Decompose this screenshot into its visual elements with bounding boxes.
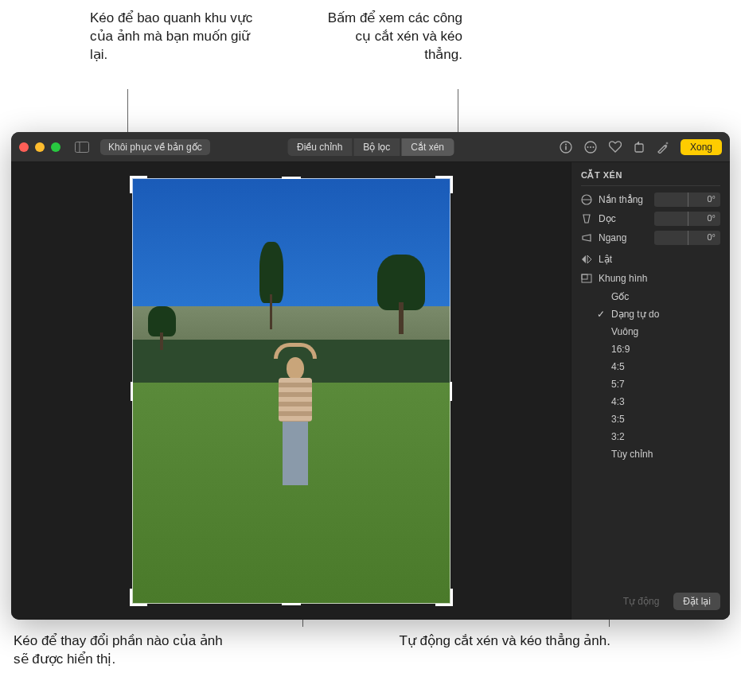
panel-bottom-buttons: Tự động Đặt lại [615, 593, 720, 610]
svg-point-8 [592, 146, 594, 148]
aspect-16-9[interactable]: 16:9 [597, 340, 720, 358]
favorite-icon[interactable] [609, 141, 622, 154]
crop-handle-left[interactable] [131, 382, 133, 401]
horizontal-label: Ngang [599, 232, 648, 243]
flip-button[interactable]: Lật [581, 250, 720, 269]
titlebar: Khôi phục về bản gốc Điều chỉnh Bộ lọc C… [11, 132, 730, 162]
svg-point-3 [565, 143, 567, 145]
info-icon[interactable] [560, 141, 572, 154]
straighten-slider-row: Nắn thẳng 0° [581, 192, 720, 207]
crop-rectangle[interactable] [132, 178, 450, 604]
panel-title: CẮT XÉN [581, 170, 720, 186]
aspect-square[interactable]: Vuông [597, 323, 720, 340]
crop-handle-bottom[interactable] [282, 603, 301, 605]
fullscreen-button[interactable] [51, 142, 60, 152]
photos-edit-window: Khôi phục về bản gốc Điều chỉnh Bộ lọc C… [11, 132, 730, 620]
sidebar-toggle-icon[interactable] [70, 140, 94, 154]
auto-button[interactable]: Tự động [615, 593, 668, 610]
more-icon[interactable] [583, 141, 598, 154]
flip-label: Lật [599, 254, 612, 265]
crop-handle-top-right[interactable] [435, 176, 453, 193]
svg-rect-12 [582, 274, 591, 282]
reset-button[interactable]: Đặt lại [673, 593, 720, 610]
aspect-label: Khung hình [599, 273, 647, 284]
vertical-perspective-icon [581, 213, 592, 224]
toolbar-left: Khôi phục về bản gốc [70, 139, 210, 155]
crop-border [132, 178, 450, 604]
close-button[interactable] [19, 142, 29, 152]
tab-crop[interactable]: Cắt xén [401, 138, 454, 156]
straighten-value: 0° [707, 194, 716, 204]
aspect-5-7[interactable]: 5:7 [597, 375, 720, 393]
toolbar-right: Xong [560, 139, 722, 155]
crop-handle-bottom-right[interactable] [435, 589, 453, 606]
crop-handle-top[interactable] [282, 177, 301, 179]
vertical-label: Dọc [599, 213, 648, 224]
aspect-header: Khung hình [581, 269, 720, 288]
vertical-slider[interactable]: 0° [654, 212, 720, 226]
svg-rect-0 [76, 142, 89, 152]
auto-enhance-icon[interactable] [657, 141, 669, 154]
tab-filters[interactable]: Bộ lọc [353, 138, 400, 156]
crop-handle-bottom-left[interactable] [130, 589, 147, 606]
svg-rect-4 [565, 146, 567, 150]
crop-side-panel: CẮT XÉN Nắn thẳng 0° Dọc 0° [571, 162, 730, 620]
aspect-freeform[interactable]: Dạng tự do [597, 305, 720, 323]
vertical-value: 0° [707, 213, 716, 223]
straighten-icon [581, 194, 592, 205]
tab-adjust[interactable]: Điều chỉnh [287, 138, 352, 156]
aspect-ratio-list: Gốc Dạng tự do Vuông 16:9 4:5 5:7 4:3 3:… [581, 288, 720, 463]
aspect-3-2[interactable]: 3:2 [597, 428, 720, 445]
aspect-icon [581, 274, 592, 283]
vertical-slider-row: Dọc 0° [581, 212, 720, 226]
flip-icon [581, 255, 592, 264]
aspect-4-5[interactable]: 4:5 [597, 358, 720, 375]
aspect-3-5[interactable]: 3:5 [597, 410, 720, 428]
svg-rect-13 [582, 274, 587, 279]
horizontal-slider-row: Ngang 0° [581, 231, 720, 245]
edit-mode-tabs: Điều chỉnh Bộ lọc Cắt xén [287, 138, 454, 156]
straighten-label: Nắn thẳng [599, 194, 648, 205]
crop-handle-top-left[interactable] [130, 176, 147, 193]
done-button[interactable]: Xong [681, 139, 722, 155]
revert-to-original-button[interactable]: Khôi phục về bản gốc [100, 139, 210, 155]
callout-auto-crop: Tự động cắt xén và kéo thẳng ảnh. [356, 632, 610, 651]
aspect-custom[interactable]: Tùy chỉnh [597, 445, 720, 463]
aspect-original[interactable]: Gốc [597, 288, 720, 305]
minimize-button[interactable] [35, 142, 45, 152]
canvas-area [11, 162, 571, 620]
horizontal-perspective-icon [581, 232, 592, 243]
callout-crop-tools: Bấm để xem các công cụ cắt xén và kéo th… [319, 10, 462, 64]
callout-drag-crop: Kéo để bao quanh khu vực của ảnh mà bạn … [90, 10, 257, 64]
callout-line [458, 89, 458, 137]
rotate-icon[interactable] [633, 141, 645, 154]
horizontal-value: 0° [707, 232, 716, 242]
svg-point-7 [590, 146, 591, 148]
straighten-slider[interactable]: 0° [654, 192, 720, 207]
crop-handle-right[interactable] [450, 382, 452, 401]
svg-point-6 [587, 146, 588, 148]
content-area: CẮT XÉN Nắn thẳng 0° Dọc 0° [11, 162, 730, 620]
callout-drag-reposition: Kéo để thay đổi phần nào của ảnh sẽ được… [14, 632, 236, 669]
aspect-4-3[interactable]: 4:3 [597, 393, 720, 410]
horizontal-slider[interactable]: 0° [654, 231, 720, 245]
window-controls [19, 142, 60, 152]
